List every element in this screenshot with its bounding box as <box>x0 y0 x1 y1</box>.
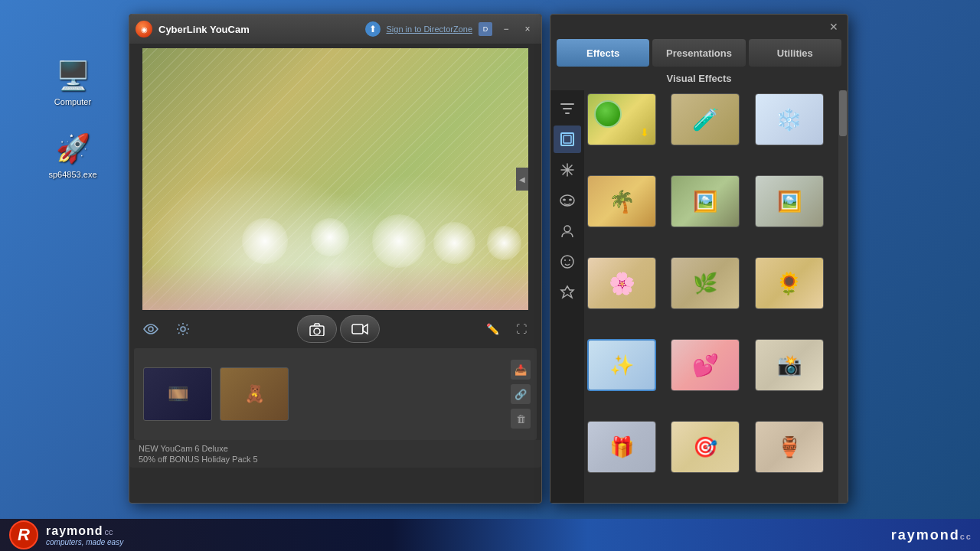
app-icon: ◉ <box>136 21 152 37</box>
preview-scroll-btn[interactable]: ◀ <box>516 168 528 191</box>
globe-icon <box>594 100 622 128</box>
close-button[interactable]: × <box>520 21 535 37</box>
app-title: CyberLink YouCam <box>158 24 359 35</box>
tool-mask[interactable] <box>554 187 581 214</box>
desktop-icon-label: Computer <box>54 97 91 106</box>
director-zone-icon[interactable]: D <box>479 22 492 36</box>
thumbnail-2[interactable]: 🧸 <box>220 367 289 421</box>
tab-utilities[interactable]: Utilities <box>749 39 841 67</box>
thumbnail-1[interactable]: 🎞️ <box>143 367 212 421</box>
youcam-window: ◉ CyberLink YouCam ⬆ Sign in to Director… <box>129 14 542 504</box>
glow-orb-3 <box>372 214 426 268</box>
eye-icon <box>143 324 158 334</box>
frame-icon <box>560 132 575 147</box>
svg-point-10 <box>569 199 572 201</box>
tab-effects[interactable]: Effects <box>557 39 649 67</box>
bottom-bar: R raymond cc computers, made easy raymon… <box>0 519 980 551</box>
minimize-button[interactable]: − <box>498 21 514 37</box>
glow-orb-5 <box>487 226 521 260</box>
promo-line2: 50% off BONUS Holiday Pack 5 <box>139 454 258 465</box>
desktop-icon-computer[interactable]: 🖥️ Computer <box>42 57 103 106</box>
effect-item-15[interactable]: 🏺 <box>755 421 824 473</box>
computer-icon: 🖥️ <box>54 57 91 94</box>
effects-content: ⬇ 🧪 ❄️ 🌴 🖼️ 🖼️ 🌸 🌿 🌻 ✨ 💕 📸 🎁 🎯 <box>550 90 848 503</box>
effect-item-9[interactable]: 🌻 <box>755 257 824 309</box>
effect-item-2[interactable]: 🧪 <box>671 93 740 145</box>
effect-item-10[interactable]: ✨ <box>587 339 656 391</box>
strip-action-buttons: 📥 🔗 🗑 <box>511 360 531 429</box>
import-button[interactable]: 📥 <box>511 360 531 380</box>
effect-item-4[interactable]: 🌴 <box>587 175 656 227</box>
raymond-suffix: cc <box>105 527 113 536</box>
svg-rect-6 <box>564 135 571 143</box>
effect-item-14[interactable]: 🎯 <box>671 421 740 473</box>
effects-scrollbar[interactable] <box>838 90 848 503</box>
svg-point-12 <box>561 256 573 268</box>
desktop-icon-installer[interactable]: 🚀 sp64853.exe <box>42 130 103 179</box>
tool-frame[interactable] <box>554 126 581 153</box>
tool-badge[interactable] <box>554 279 581 306</box>
raymond-right-text: raymondcc <box>891 527 972 543</box>
effects-titlebar: ✕ <box>550 15 848 39</box>
thumb-1-icon: 🎞️ <box>144 368 211 420</box>
tab-presentations[interactable]: Presentations <box>652 39 745 67</box>
effect-item-5[interactable]: 🖼️ <box>671 175 740 227</box>
svg-point-14 <box>569 259 570 261</box>
effect-item-6[interactable]: 🖼️ <box>755 175 824 227</box>
svg-point-9 <box>563 199 566 201</box>
svg-point-3 <box>314 328 320 334</box>
svg-point-7 <box>566 168 569 171</box>
tab-bar: Effects Presentations Utilities <box>550 39 848 67</box>
effects-sidebar <box>550 90 584 503</box>
promo-bar: NEW YouCam 6 Deluxe 50% off BONUS Holida… <box>129 440 541 468</box>
tool-sparkle[interactable] <box>554 156 581 184</box>
mask-icon <box>559 194 576 207</box>
eye-button[interactable] <box>139 317 163 341</box>
effect-item-8[interactable]: 🌿 <box>671 257 740 309</box>
download-arrow-icon: ⬇ <box>640 126 649 139</box>
sign-in-link[interactable]: Sign in to DirectorZone <box>387 24 473 34</box>
glow-orb-4 <box>433 222 475 264</box>
video-capture-icon <box>351 323 368 335</box>
scrollbar-thumb[interactable] <box>839 90 847 136</box>
effect-item-1[interactable]: ⬇ <box>587 93 656 145</box>
installer-icon-label: sp64853.exe <box>49 170 97 179</box>
effect-item-7[interactable]: 🌸 <box>587 257 656 309</box>
tool-smile[interactable] <box>554 248 581 276</box>
delete-button[interactable]: 🗑 <box>511 409 531 429</box>
raymond-name: raymond <box>46 524 103 538</box>
tool-filter[interactable] <box>554 95 581 122</box>
settings-button[interactable] <box>171 317 195 341</box>
paint-tool-button[interactable]: ✏️ <box>482 318 503 340</box>
expand-button[interactable]: ⛶ <box>511 318 532 340</box>
effects-grid: ⬇ 🧪 ❄️ 🌴 🖼️ 🖼️ 🌸 🌿 🌻 ✨ 💕 📸 🎁 🎯 <box>584 90 848 503</box>
effect-item-3[interactable]: ❄️ <box>755 93 824 145</box>
effect-item-11[interactable]: 💕 <box>671 339 740 391</box>
thumb-2-icon: 🧸 <box>220 368 288 420</box>
effect-item-12[interactable]: 📸 <box>755 339 824 391</box>
avatar-icon <box>560 223 575 239</box>
promo-line1: NEW YouCam 6 Deluxe <box>139 443 258 454</box>
photo-capture-button[interactable] <box>297 315 337 343</box>
raymond-brand-text: raymond cc computers, made easy <box>46 524 123 546</box>
svg-point-11 <box>564 226 570 232</box>
installer-icon: 🚀 <box>54 130 91 167</box>
glow-orb-2 <box>311 218 349 256</box>
camera-capture-icon <box>309 322 325 336</box>
share-button[interactable]: 🔗 <box>511 384 531 404</box>
svg-point-1 <box>181 327 185 331</box>
svg-point-0 <box>149 327 153 331</box>
effects-close-button[interactable]: ✕ <box>826 19 841 34</box>
tool-avatar[interactable] <box>554 217 581 245</box>
settings-icon <box>176 322 190 336</box>
video-capture-button[interactable] <box>340 315 380 343</box>
sparkle-icon <box>560 162 575 178</box>
svg-rect-4 <box>352 324 363 334</box>
effect-item-13[interactable]: 🎁 <box>587 421 656 473</box>
effects-grid-area: ⬇ 🧪 ❄️ 🌴 🖼️ 🖼️ 🌸 🌿 🌻 ✨ 💕 📸 🎁 🎯 <box>584 90 848 503</box>
glow-orb-1 <box>242 218 288 264</box>
capture-buttons <box>297 315 380 343</box>
update-icon[interactable]: ⬆ <box>365 21 381 37</box>
raymond-logo: R <box>9 520 38 549</box>
effects-panel: ✕ Effects Presentations Utilities Visual… <box>550 14 848 504</box>
